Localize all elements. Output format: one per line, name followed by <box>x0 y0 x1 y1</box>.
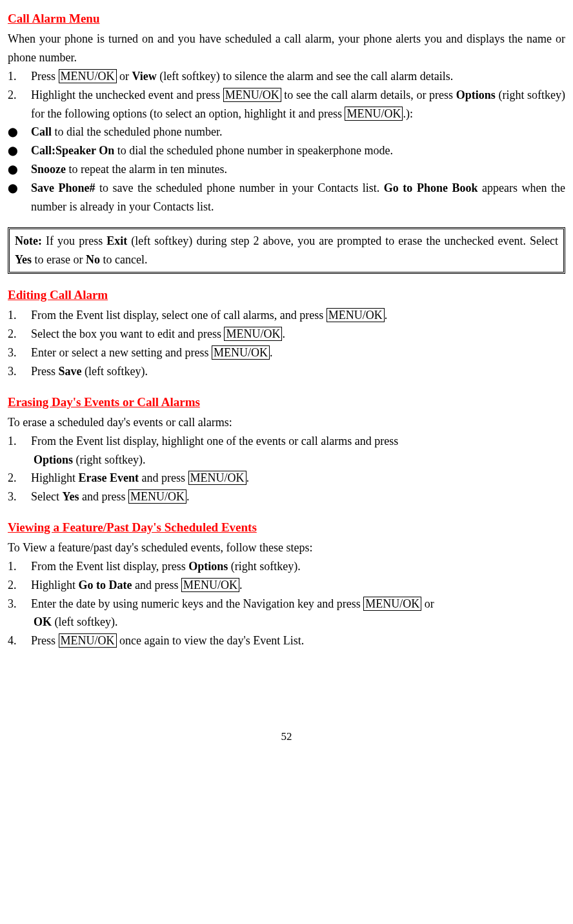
section-heading-call-alarm-menu: Call Alarm Menu <box>8 9 565 28</box>
bullet-content: Snooze to repeat the alarm in ten minute… <box>31 160 565 179</box>
list-item: 3. Press Save (left softkey). <box>8 362 565 381</box>
step-number: 3. <box>8 344 31 362</box>
list-item: 3. Select Yes and press MENU/OK. <box>8 488 565 506</box>
note-box: Note: If you press Exit (left softkey) d… <box>8 227 565 274</box>
view-softkey: View <box>132 70 157 83</box>
bullet-icon: ⬤ <box>8 179 31 216</box>
list-item: ⬤ Snooze to repeat the alarm in ten minu… <box>8 160 565 179</box>
step-content: From the Event list display, highlight o… <box>31 432 565 469</box>
step-content: From the Event list display, press Optio… <box>31 557 565 576</box>
step-number: 3. <box>8 595 31 632</box>
bullet-icon: ⬤ <box>8 160 31 179</box>
list-item: 2. Highlight Go to Date and press MENU/O… <box>8 576 565 595</box>
step-number: 3. <box>8 488 31 506</box>
bullet-content: Call:Speaker On to dial the scheduled ph… <box>31 141 565 160</box>
list-item: 1. From the Event list display, press Op… <box>8 557 565 576</box>
section-heading-erasing-events: Erasing Day's Events or Call Alarms <box>8 393 565 412</box>
menu-ok-key: MENU/OK <box>59 69 117 83</box>
bullet-icon: ⬤ <box>8 141 31 160</box>
step-number: 1. <box>8 557 31 576</box>
step-number: 2. <box>8 576 31 595</box>
bullet-content: Call to dial the scheduled phone number. <box>31 123 565 141</box>
list-item: 4. Press MENU/OK once again to view the … <box>8 631 565 650</box>
list-item: 2. Highlight the unchecked event and pre… <box>8 86 565 123</box>
step-content: Highlight the unchecked event and press … <box>31 86 565 123</box>
step-number: 4. <box>8 631 31 650</box>
list-item: 3. Enter the date by using numeric keys … <box>8 595 565 632</box>
section-heading-viewing-events: Viewing a Feature/Past Day's Scheduled E… <box>8 518 565 537</box>
menu-ok-key: MENU/OK <box>181 578 239 592</box>
page-number: 52 <box>8 728 565 745</box>
list-item: ⬤ Save Phone# to save the scheduled phon… <box>8 179 565 216</box>
numbered-list: 1. From the Event list display, press Op… <box>8 557 565 650</box>
step-content: Press MENU/OK once again to view the day… <box>31 631 565 650</box>
menu-ok-key: MENU/OK <box>363 597 421 611</box>
note-label: Note: <box>15 234 42 247</box>
step-number: 2. <box>8 325 31 344</box>
list-item: 1. Press MENU/OK or View (left softkey) … <box>8 67 565 86</box>
menu-ok-key: MENU/OK <box>212 345 270 360</box>
numbered-list: 1. Press MENU/OK or View (left softkey) … <box>8 67 565 123</box>
list-item: 2. Select the box you want to edit and p… <box>8 325 565 344</box>
intro-paragraph: To erase a scheduled day's events or cal… <box>8 413 565 432</box>
menu-ok-key: MENU/OK <box>59 633 117 648</box>
step-number: 3. <box>8 362 31 381</box>
step-content: Highlight Erase Event and press MENU/OK. <box>31 469 565 488</box>
section-heading-editing-call-alarm: Editing Call Alarm <box>8 285 565 305</box>
step-number: 1. <box>8 306 31 325</box>
step-content: Highlight Go to Date and press MENU/OK. <box>31 576 565 595</box>
step-content: Select Yes and press MENU/OK. <box>31 488 565 506</box>
numbered-list: 1. From the Event list display, select o… <box>8 306 565 380</box>
list-item: 3. Enter or select a new setting and pre… <box>8 344 565 362</box>
bullet-list: ⬤ Call to dial the scheduled phone numbe… <box>8 123 565 216</box>
list-item: ⬤ Call:Speaker On to dial the scheduled … <box>8 141 565 160</box>
list-item: 2. Highlight Erase Event and press MENU/… <box>8 469 565 488</box>
step-number: 2. <box>8 86 31 123</box>
list-item: 1. From the Event list display, select o… <box>8 306 565 325</box>
menu-ok-key: MENU/OK <box>128 489 186 504</box>
bullet-content: Save Phone# to save the scheduled phone … <box>31 179 565 216</box>
intro-paragraph: To View a feature/past day's scheduled e… <box>8 539 565 557</box>
menu-ok-key: MENU/OK <box>345 107 403 121</box>
numbered-list: 1. From the Event list display, highligh… <box>8 432 565 506</box>
menu-ok-key: MENU/OK <box>223 88 281 102</box>
menu-ok-key: MENU/OK <box>224 327 282 341</box>
list-item: 1. From the Event list display, highligh… <box>8 432 565 469</box>
list-item: ⬤ Call to dial the scheduled phone numbe… <box>8 123 565 141</box>
step-content: Select the box you want to edit and pres… <box>31 325 565 344</box>
intro-paragraph: When your phone is turned on and you hav… <box>8 30 565 67</box>
options-softkey: Options <box>456 88 496 101</box>
step-content: Press Save (left softkey). <box>31 362 565 381</box>
step-content: From the Event list display, select one … <box>31 306 565 325</box>
step-number: 1. <box>8 67 31 86</box>
bullet-icon: ⬤ <box>8 123 31 141</box>
step-number: 1. <box>8 432 31 469</box>
step-number: 2. <box>8 469 31 488</box>
menu-ok-key: MENU/OK <box>327 308 385 322</box>
step-content: Enter the date by using numeric keys and… <box>31 595 565 632</box>
menu-ok-key: MENU/OK <box>188 471 246 485</box>
step-content: Press MENU/OK or View (left softkey) to … <box>31 67 565 86</box>
step-content: Enter or select a new setting and press … <box>31 344 565 362</box>
